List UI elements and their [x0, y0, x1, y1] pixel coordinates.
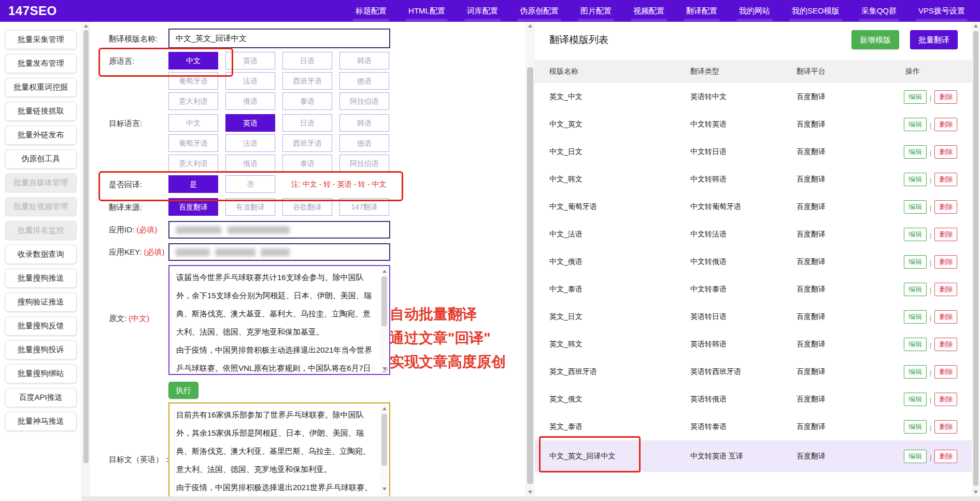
source-language-option[interactable]: 意大利语	[168, 92, 218, 110]
sidebar-item[interactable]: 批量搜狗反馈	[5, 316, 77, 336]
table-row[interactable]: 英文_中文英语转中文百度翻译编辑|删除	[535, 83, 972, 110]
execute-button[interactable]: 执行	[168, 382, 198, 399]
horizontal-scrollbar[interactable]	[82, 496, 980, 501]
source-language-option[interactable]: 葡萄牙语	[168, 72, 218, 90]
source-language-option[interactable]: 泰语	[282, 92, 332, 110]
sidebar-item[interactable]: 批量链接抓取	[5, 102, 77, 121]
delete-button[interactable]: 删除	[934, 173, 957, 186]
scroll-up-icon[interactable]	[382, 407, 387, 410]
nav-item[interactable]: VPS拨号设置	[907, 0, 976, 22]
target-language-option[interactable]: 法语	[225, 134, 275, 152]
scrollbar-thumb[interactable]	[381, 414, 387, 466]
sidebar-item[interactable]: 百度API推送	[5, 388, 77, 407]
delete-button[interactable]: 删除	[934, 145, 957, 159]
source-language-option[interactable]: 西班牙语	[282, 72, 332, 90]
scroll-up-icon[interactable]	[974, 24, 978, 27]
delete-button[interactable]: 删除	[934, 310, 957, 324]
textarea-scrollbar[interactable]	[380, 267, 388, 373]
source-language-option[interactable]: 英语	[225, 52, 275, 69]
edit-button[interactable]: 编辑	[904, 228, 927, 241]
edit-button[interactable]: 编辑	[904, 255, 927, 269]
nav-item[interactable]: 标题配置	[345, 0, 397, 22]
edit-button[interactable]: 编辑	[904, 145, 927, 159]
table-row[interactable]: 中文_日文中文转日语百度翻译编辑|删除	[535, 138, 972, 165]
target-text-area[interactable]: 目前共有16家俱乐部参加了世界乒乓球联赛。除中国队外，其余15家俱乐部是阿根廷、…	[168, 402, 390, 496]
middle-left-scrollbar[interactable]	[82, 22, 90, 496]
nav-item[interactable]: 我的SEO模版	[781, 0, 850, 22]
edit-button[interactable]: 编辑	[904, 283, 927, 296]
table-row[interactable]: 中文_葡萄牙语中文转葡萄牙语百度翻译编辑|删除	[535, 193, 972, 220]
target-language-option[interactable]: 意大利语	[168, 155, 218, 172]
delete-button[interactable]: 删除	[934, 450, 957, 463]
nav-item[interactable]: 视频配置	[622, 0, 675, 22]
target-language-option[interactable]: 西班牙语	[282, 134, 332, 152]
nav-item[interactable]: 词库配置	[456, 0, 509, 22]
table-row[interactable]: 中文_法语中文转法语百度翻译编辑|删除	[535, 220, 972, 248]
nav-item[interactable]: 伪原创配置	[509, 0, 570, 22]
target-language-option[interactable]: 韩语	[339, 114, 389, 132]
sidebar-item[interactable]: 批量搜狗绑站	[5, 364, 77, 383]
target-language-option[interactable]: 英语	[225, 114, 275, 132]
add-template-button[interactable]: 新增模版	[851, 30, 899, 49]
scrollbar-thumb[interactable]	[973, 31, 978, 486]
batch-translate-button[interactable]: 批量翻译	[910, 30, 958, 49]
table-row[interactable]: 英文_西班牙语英语转西班牙语百度翻译编辑|删除	[535, 358, 972, 385]
right-scrollbar[interactable]	[972, 22, 980, 496]
sidebar-item[interactable]: 批量发布管理	[5, 54, 77, 73]
table-row[interactable]: 中文_英文_回译中文中文转英语 互译百度翻译编辑|删除	[535, 440, 972, 472]
table-row[interactable]: 中文_泰语中文转泰语百度翻译编辑|删除	[535, 275, 972, 303]
source-language-option[interactable]: 阿拉伯语	[339, 92, 389, 110]
delete-button[interactable]: 删除	[934, 365, 957, 379]
table-row[interactable]: 英文_韩文英语转韩语百度翻译编辑|删除	[535, 330, 972, 358]
resize-grip-icon[interactable]	[382, 367, 388, 372]
table-row[interactable]: 中文_英文中文转英语百度翻译编辑|删除	[535, 110, 972, 138]
edit-button[interactable]: 编辑	[904, 90, 927, 104]
sidebar-item[interactable]: 批量搜狗投诉	[5, 340, 77, 359]
table-row[interactable]: 英文_泰语英语转泰语百度翻译编辑|删除	[535, 413, 972, 440]
source-language-option[interactable]: 俄语	[225, 92, 275, 110]
platform-option[interactable]: 有道翻译	[225, 198, 275, 216]
target-language-option[interactable]: 阿拉伯语	[339, 155, 389, 172]
nav-item[interactable]: 图片配置	[570, 0, 622, 22]
scrollbar-thumb[interactable]	[527, 67, 533, 484]
edit-button[interactable]: 编辑	[904, 450, 927, 463]
table-row[interactable]: 英文_日文英语转日语百度翻译编辑|删除	[535, 303, 972, 330]
nav-item[interactable]: 我的网站	[728, 0, 781, 22]
sidebar-item[interactable]: 搜狗验证推送	[5, 293, 77, 312]
delete-button[interactable]: 删除	[934, 200, 957, 214]
target-language-option[interactable]: 俄语	[225, 155, 275, 172]
edit-button[interactable]: 编辑	[904, 393, 927, 406]
edit-button[interactable]: 编辑	[904, 365, 927, 379]
platform-option[interactable]: 147翻译	[339, 198, 389, 216]
target-language-option[interactable]: 德语	[339, 134, 389, 152]
scroll-down-icon[interactable]	[974, 491, 978, 494]
edit-button[interactable]: 编辑	[904, 338, 927, 351]
sidebar-item[interactable]: 批量权重词挖掘	[5, 78, 77, 97]
nav-item[interactable]: HTML配置	[397, 0, 456, 22]
source-text-area[interactable]: 该届当今世界乒乓球联赛共计16支球会参与。除中国队外，余下15支球会分别为阿根廷…	[168, 265, 390, 375]
sidebar-item[interactable]: 伪原创工具	[5, 149, 77, 169]
table-row[interactable]: 英文_俄文英语转俄语百度翻译编辑|删除	[535, 385, 972, 413]
platform-option[interactable]: 谷歌翻译	[282, 198, 332, 216]
sidebar-item[interactable]: 收录数据查询	[5, 245, 77, 264]
scroll-down-icon[interactable]	[528, 491, 532, 494]
edit-button[interactable]: 编辑	[904, 118, 927, 131]
template-name-input[interactable]: 中文_英文_回译中文	[168, 29, 390, 48]
app-id-input[interactable]	[168, 221, 390, 239]
scroll-up-icon[interactable]	[528, 24, 532, 27]
delete-button[interactable]: 删除	[934, 393, 957, 406]
scroll-down-icon[interactable]	[382, 488, 387, 491]
back-translate-option[interactable]: 否	[225, 175, 275, 193]
source-language-option[interactable]: 中文	[168, 52, 218, 69]
back-translate-option[interactable]: 是	[168, 175, 218, 193]
delete-button[interactable]: 删除	[934, 228, 957, 241]
source-language-option[interactable]: 法语	[225, 72, 275, 90]
delete-button[interactable]: 删除	[934, 118, 957, 131]
target-language-option[interactable]: 日语	[282, 114, 332, 132]
delete-button[interactable]: 删除	[934, 283, 957, 296]
sidebar-item[interactable]: 批量搜狗推送	[5, 269, 77, 288]
middle-right-scrollbar[interactable]	[525, 22, 535, 496]
delete-button[interactable]: 删除	[934, 90, 957, 104]
target-language-option[interactable]: 泰语	[282, 155, 332, 172]
source-language-option[interactable]: 德语	[339, 72, 389, 90]
